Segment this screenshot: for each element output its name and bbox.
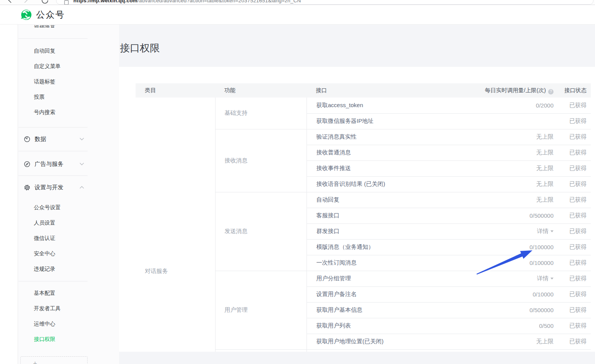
compass-icon <box>23 160 31 168</box>
api-name-cell: 验证消息真实性 <box>307 129 443 145</box>
api-name-cell: 获取用户基本信息 <box>307 302 443 318</box>
sidebar-item[interactable]: 安全中心 <box>18 246 88 261</box>
table-row: 对话服务基础支持获取access_token0/2000已获得 <box>136 98 591 113</box>
sidebar-group: 自动回复自定义菜单话题标签投票号内搜索 <box>18 43 88 120</box>
question-mark-icon[interactable]: ? <box>548 89 554 94</box>
sidebar-item[interactable]: 人员设置 <box>18 215 88 230</box>
api-name-cell: 接收事件推送 <box>307 160 443 176</box>
content-shell: 视频弹幕自动回复自定义菜单话题标签投票号内搜索数据广告与服务设置与开发公众号设置… <box>0 25 595 364</box>
api-name-cell: 获取用户地理位置(已关闭) <box>307 334 443 349</box>
status-cell: 已获得 <box>558 239 591 255</box>
api-name-cell: 接收普通消息 <box>307 145 443 160</box>
col-header-function: 功能 <box>215 83 307 98</box>
quota-cell: 0/500 <box>443 318 558 334</box>
sidebar-item[interactable]: 号内搜索 <box>18 104 88 120</box>
sidebar-item[interactable]: 微信认证 <box>18 230 88 246</box>
quota-cell: 0/100000 <box>443 255 558 271</box>
caret-down-icon <box>550 278 554 280</box>
col-header-category: 类目 <box>136 83 215 98</box>
status-cell: 已获得 <box>558 286 591 302</box>
main-area: 接口权限 类目功能接口每日实时调用量/上限(次)?接口状态对话服务基础支持获取a… <box>119 25 595 364</box>
caret-down-icon <box>550 230 554 232</box>
table-header-row: 类目功能接口每日实时调用量/上限(次)?接口状态 <box>136 83 591 98</box>
status-cell: 已获得 <box>558 192 591 208</box>
api-name-cell: 用户分组管理 <box>307 271 443 286</box>
api-name-cell: 群发接口 <box>307 223 443 239</box>
gear-icon <box>23 184 31 191</box>
sidebar: 视频弹幕自动回复自定义菜单话题标签投票号内搜索数据广告与服务设置与开发公众号设置… <box>18 25 119 364</box>
function-cell: 基础支持 <box>215 98 307 129</box>
quota-cell: 0/500000 <box>443 302 558 318</box>
quota-cell: 无上限 <box>443 129 558 145</box>
status-cell: 已获得 <box>558 271 591 286</box>
api-permission-table: 类目功能接口每日实时调用量/上限(次)?接口状态对话服务基础支持获取access… <box>136 83 591 352</box>
quota-cell: 0/500000 <box>443 208 558 223</box>
status-cell: 已获得 <box>558 145 591 160</box>
function-cell: 发送消息 <box>215 192 307 271</box>
api-name-cell: 一次性订阅消息 <box>307 255 443 271</box>
page-icon <box>64 0 69 5</box>
plus-icon: + <box>33 360 37 364</box>
divider <box>18 151 88 151</box>
browser-toolbar: https://mp.weixin.qq.com/advanced/advanc… <box>0 0 595 5</box>
sidebar-promo-box[interactable]: + <box>20 356 88 364</box>
quota-cell: 0/100000 <box>443 239 558 255</box>
api-permission-card: 类目功能接口每日实时调用量/上限(次)?接口状态对话服务基础支持获取access… <box>119 67 595 352</box>
left-gutter <box>0 25 18 364</box>
sidebar-item[interactable]: 基本配置 <box>18 285 88 301</box>
status-cell: 已获得 <box>558 318 591 334</box>
sidebar-menu: 视频弹幕自动回复自定义菜单话题标签投票号内搜索数据广告与服务设置与开发公众号设置… <box>18 25 88 347</box>
status-cell: 已获得 <box>558 334 591 349</box>
sidebar-item[interactable]: 开发者工具 <box>18 301 88 316</box>
sidebar-item[interactable]: 投票 <box>18 89 88 104</box>
quota-cell: 无上限 <box>443 145 558 160</box>
brand-name: 公众号 <box>36 9 65 21</box>
reload-icon[interactable] <box>41 0 49 5</box>
api-name-cell: 接收语音识别结果 (已关闭) <box>307 176 443 192</box>
quota-cell: 0/100000 <box>443 349 558 352</box>
url-text: https://mp.weixin.qq.com/advanced/advanc… <box>73 0 301 3</box>
status-cell: 已获得 <box>558 113 591 129</box>
sidebar-section-expanded[interactable]: 设置与开发 <box>18 180 88 195</box>
back-icon[interactable] <box>6 0 14 4</box>
api-name-cell: 客服接口 <box>307 208 443 223</box>
api-name-cell: 模版消息（业务通知） <box>307 239 443 255</box>
quota-cell: 无上限 <box>443 334 558 349</box>
chevron-up-icon <box>80 186 84 189</box>
status-cell: 已获得 <box>558 255 591 271</box>
quota-cell: 无上限 <box>443 176 558 192</box>
status-cell: 已获得 <box>558 302 591 318</box>
function-cell <box>215 349 307 352</box>
divider <box>18 127 88 127</box>
detail-dropdown[interactable]: 详情 <box>537 275 554 281</box>
detail-dropdown[interactable]: 详情 <box>537 228 554 234</box>
sidebar-item[interactable]: 公众号设置 <box>18 200 88 215</box>
sidebar-item[interactable]: 自动回复 <box>18 43 88 58</box>
url-host: https://mp.weixin.qq.com <box>73 0 138 3</box>
sidebar-item[interactable]: 违规记录 <box>18 261 88 276</box>
quota-cell: 无上限 <box>443 160 558 176</box>
sidebar-section[interactable]: 广告与服务 <box>18 156 88 172</box>
col-header-quota: 每日实时调用量/上限(次)? <box>443 83 558 98</box>
divider <box>18 175 88 176</box>
sidebar-section[interactable]: 数据 <box>18 131 88 147</box>
sidebar-item[interactable]: 自定义菜单 <box>18 58 88 74</box>
sidebar-item-active[interactable]: 接口权限 <box>18 331 88 347</box>
status-cell: 已获得 <box>558 98 591 113</box>
sidebar-dev-group: 基本配置开发者工具运维中心接口权限 <box>18 285 88 347</box>
brand-logo-group[interactable]: 公众号 <box>21 9 65 21</box>
address-bar[interactable]: https://mp.weixin.qq.com/advanced/advanc… <box>56 0 593 5</box>
sidebar-item-clipped[interactable]: 视频弹幕 <box>18 25 88 28</box>
sidebar-item[interactable]: 话题标签 <box>18 74 88 89</box>
function-cell: 接收消息 <box>215 129 307 192</box>
col-header-api: 接口 <box>307 83 443 98</box>
function-cell: 用户管理 <box>215 271 307 349</box>
forward-icon[interactable] <box>22 0 30 4</box>
api-name-cell: 获取access_token <box>307 98 443 113</box>
sidebar-item[interactable]: 运维中心 <box>18 316 88 331</box>
status-cell: 已获得 <box>558 349 591 352</box>
category-cell: 对话服务 <box>136 98 215 352</box>
chevron-down-icon <box>80 162 84 165</box>
quota-cell: 0/10000 <box>443 286 558 302</box>
status-cell: 已获得 <box>558 160 591 176</box>
